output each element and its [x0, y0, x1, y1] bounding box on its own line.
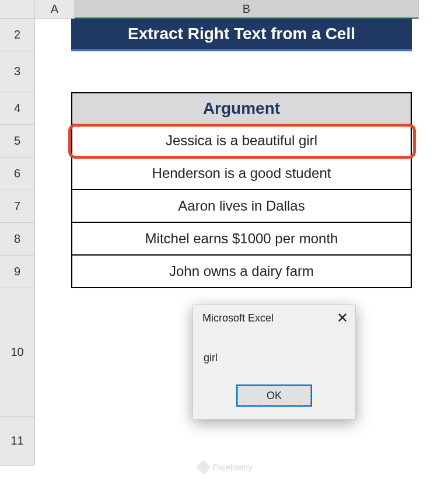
message-box: Microsoft Excel ✕ girl OK — [192, 305, 356, 419]
row-header-11[interactable]: 11 — [0, 417, 35, 466]
row-header-4[interactable]: 4 — [0, 92, 35, 125]
row-header-9[interactable]: 9 — [0, 256, 35, 288]
table-row[interactable]: John owns a dairy farm — [71, 256, 412, 288]
watermark-icon — [196, 460, 211, 474]
title-underline — [71, 49, 412, 51]
row-header-5[interactable]: 5 — [0, 125, 35, 158]
table-row[interactable]: Jessica is a beautiful girl — [71, 125, 412, 158]
watermark: Exceldemy — [198, 462, 252, 473]
row-header-6[interactable]: 6 — [0, 158, 35, 190]
col-header-a[interactable]: A — [35, 0, 75, 19]
msgbox-message: girl — [193, 330, 355, 385]
row-header-7[interactable]: 7 — [0, 190, 35, 223]
row-header-8[interactable]: 8 — [0, 223, 35, 256]
col-header-b[interactable]: B — [75, 0, 419, 19]
ok-button[interactable]: OK — [237, 385, 312, 406]
msgbox-title-text: Microsoft Excel — [202, 312, 274, 324]
close-icon[interactable]: ✕ — [337, 311, 348, 325]
title-cell[interactable]: Extract Right Text from a Cell — [71, 19, 412, 49]
table-header[interactable]: Argument — [71, 92, 412, 125]
table-row[interactable]: Mitchel earns $1000 per month — [71, 223, 412, 256]
watermark-text: Exceldemy — [212, 463, 252, 472]
row-header-3[interactable]: 3 — [0, 51, 35, 92]
row-header-2[interactable]: 2 — [0, 19, 35, 51]
table-row[interactable]: Henderson is a good student — [71, 158, 412, 190]
table-row[interactable]: Aaron lives in Dallas — [71, 190, 412, 223]
data-table: Argument Jessica is a beautiful girl Hen… — [71, 92, 412, 288]
row-header-10[interactable]: 10 — [0, 288, 35, 417]
